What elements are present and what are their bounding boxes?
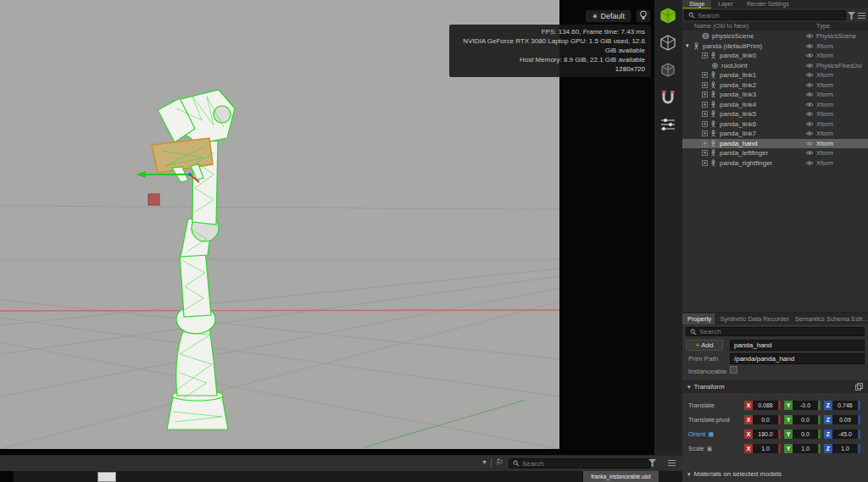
content-filter-funnel-icon[interactable]	[648, 459, 656, 467]
file-thumbnail[interactable]	[0, 471, 14, 482]
axis-x-handle[interactable]	[778, 415, 781, 424]
prim-name-label[interactable]: panda_rightfinger	[720, 159, 772, 167]
stage-tree-row[interactable]: + panda_hand Xform	[682, 139, 868, 149]
caret-down-icon[interactable]: ▼	[481, 459, 487, 465]
selected-file-label[interactable]: franka_instanceable.usd	[583, 471, 659, 482]
prim-name-label[interactable]: rootJoint	[721, 62, 748, 69]
visibility-eye-icon[interactable]	[805, 121, 814, 127]
tab-render-settings[interactable]: Render Settings	[740, 0, 796, 8]
snap-magnet-icon[interactable]	[659, 88, 677, 107]
tab-semantics-schema-editor[interactable]: Semantics Schema Edit...	[790, 313, 868, 324]
file-thumbnail[interactable]	[97, 472, 116, 482]
tab-layer[interactable]: Layer	[711, 0, 740, 8]
stage-options-menu-icon[interactable]	[858, 13, 865, 19]
stage-tree-row[interactable]: + panda_link5 Xform	[682, 109, 868, 119]
prim-path-field[interactable]	[730, 353, 865, 364]
stage-tree-row[interactable]: + panda_link3 Xform	[682, 90, 868, 100]
instanceable-checkbox[interactable]	[730, 366, 737, 374]
add-property-button[interactable]: +Add	[686, 340, 723, 351]
visibility-eye-icon[interactable]	[805, 53, 814, 58]
axis-z-handle[interactable]	[858, 401, 860, 410]
stage-tree-row[interactable]: + rootJoint PhysicsFixedJoi	[682, 61, 868, 71]
expand-plus-icon[interactable]: +	[702, 160, 708, 166]
visibility-eye-icon[interactable]	[805, 33, 814, 39]
expand-caret-icon[interactable]: ▾	[686, 42, 693, 49]
scale-x-value[interactable]: 1.0	[753, 444, 778, 453]
orient-y-value[interactable]: 0.0	[793, 429, 818, 439]
expand-plus-icon[interactable]: +	[702, 102, 708, 108]
visibility-eye-icon[interactable]	[805, 111, 814, 117]
red-cube-prop[interactable]	[148, 194, 159, 205]
prim-name-label[interactable]: panda (defaultPrim)	[703, 42, 762, 50]
stage-tree-row[interactable]: ▾ + panda (defaultPrim) Xform	[682, 42, 868, 52]
column-type[interactable]: Type	[816, 22, 830, 30]
expand-plus-icon[interactable]: +	[702, 82, 708, 88]
expand-plus-icon[interactable]: +	[702, 53, 708, 58]
stage-tree-row[interactable]: + panda_link6 Xform	[682, 119, 868, 130]
stage-tree-row[interactable]: + panda_link0 Xform	[682, 51, 868, 61]
prim-name-label[interactable]: panda_link7	[720, 130, 756, 137]
property-search-field[interactable]	[699, 328, 838, 335]
expand-plus-icon[interactable]: +	[702, 111, 708, 117]
translate-gizmo[interactable]	[136, 171, 199, 182]
translate-pivot-x-value[interactable]: 0.0	[753, 415, 778, 424]
translate-pivot-y-value[interactable]: 0.0	[793, 415, 818, 424]
expand-plus-icon[interactable]: +	[702, 141, 708, 147]
axis-y-handle[interactable]	[818, 415, 821, 424]
prim-name-label[interactable]: panda_link2	[720, 81, 756, 89]
axis-x-handle[interactable]	[778, 444, 781, 453]
visibility-eye-icon[interactable]	[805, 72, 814, 78]
axis-x-handle[interactable]	[778, 429, 781, 439]
axis-y-handle[interactable]	[818, 429, 821, 439]
materials-section-header[interactable]: ▾Materials on selected models	[682, 468, 868, 480]
axis-x-handle[interactable]	[778, 401, 781, 410]
content-search-field[interactable]	[522, 460, 632, 468]
expand-plus-icon[interactable]: +	[702, 130, 708, 136]
orient-x-value[interactable]: 180.0	[753, 429, 778, 439]
copy-properties-icon[interactable]	[855, 383, 863, 391]
viewport[interactable]: FPS: 134.60, Frame time: 7.43 ms NVIDIA …	[0, 0, 654, 455]
expand-plus-icon[interactable]: +	[702, 91, 708, 97]
scale-z-value[interactable]: 1.0	[832, 444, 858, 453]
tab-property[interactable]: Property	[682, 313, 715, 324]
camera-menu-button[interactable]: ☀Default	[585, 9, 632, 23]
property-search-input[interactable]	[686, 327, 865, 336]
axis-z-handle[interactable]	[858, 415, 860, 424]
stage-tree-row[interactable]: + physicsScene PhysicsScene	[682, 31, 868, 42]
tab-stage[interactable]: Stage	[682, 0, 711, 8]
transform-section-header[interactable]: ▾Transform	[682, 380, 868, 393]
scale-y-value[interactable]: 1.0	[793, 444, 818, 453]
translate-z-value[interactable]: 0.746	[832, 401, 858, 410]
prim-name-label[interactable]: panda_link0	[720, 52, 756, 59]
column-name[interactable]: Name (Old to New)	[694, 22, 748, 30]
stage-search-field[interactable]	[698, 12, 823, 19]
stage-tree-row[interactable]: + panda_leftfinger Xform	[682, 148, 868, 158]
prim-name-label[interactable]: panda_hand	[720, 140, 758, 147]
tab-synthetic-data-recorder[interactable]: Synthetic Data Recorder	[715, 313, 789, 324]
prim-name-label[interactable]: panda_link5	[720, 110, 756, 118]
expand-plus-icon[interactable]: +	[702, 150, 708, 156]
stage-search-input[interactable]	[684, 10, 846, 20]
visibility-eye-icon[interactable]	[805, 43, 814, 49]
translate-x-value[interactable]: 0.088	[753, 401, 778, 410]
axis-y-handle[interactable]	[818, 401, 821, 410]
axis-z-handle[interactable]	[858, 444, 860, 453]
collapse-caret-icon[interactable]: ▾	[687, 471, 691, 477]
stage-tree-row[interactable]: + panda_rightfinger Xform	[682, 158, 868, 169]
visibility-eye-icon[interactable]	[805, 102, 814, 108]
visibility-eye-icon[interactable]	[805, 82, 814, 88]
flag-icon[interactable]: ⚐	[496, 457, 504, 467]
prim-name-label[interactable]: panda_link3	[720, 91, 756, 98]
visibility-eye-icon[interactable]	[805, 160, 814, 166]
isaac-cube-icon[interactable]	[659, 7, 677, 25]
stage-tree-row[interactable]: + panda_link4 Xform	[682, 100, 868, 110]
prim-name-label[interactable]: panda_leftfinger	[720, 149, 768, 157]
visibility-eye-icon[interactable]	[805, 130, 814, 136]
visibility-eye-icon[interactable]	[805, 150, 814, 156]
stage-cube-icon[interactable]	[659, 34, 677, 53]
prim-name-label[interactable]: panda_link1	[720, 71, 756, 79]
prim-name-label[interactable]: panda_link6	[720, 120, 756, 128]
content-view-options-icon[interactable]	[668, 460, 676, 466]
visibility-eye-icon[interactable]	[805, 91, 814, 97]
prim-name-field[interactable]	[730, 340, 865, 351]
